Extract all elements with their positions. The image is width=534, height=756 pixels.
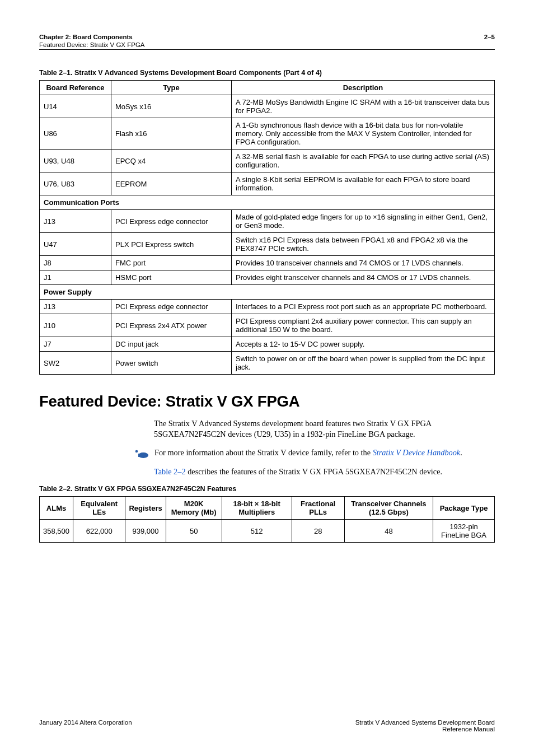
cell-type: HSMC port [111, 270, 232, 285]
cell-desc: A single 8-Kbit serial EEPROM is availab… [232, 172, 495, 195]
cell-ref: J10 [40, 314, 111, 337]
page-title: Featured Device: Stratix V GX FPGA [39, 393, 495, 410]
cell-m20k: 50 [166, 520, 222, 543]
footer-doc-subtitle: Reference Manual [442, 726, 495, 732]
th-plls: Fractional PLLs [292, 497, 344, 520]
cell-type: PCI Express edge connector [111, 210, 232, 233]
handbook-link[interactable]: Stratix V Device Handbook [373, 448, 461, 457]
cell-desc: Made of gold-plated edge fingers for up … [232, 210, 495, 233]
table-row: U76, U83 EEPROM A single 8-Kbit serial E… [40, 172, 495, 195]
features-table: ALMs Equivalent LEs Registers M20K Memor… [39, 496, 495, 543]
th-registers: Registers [125, 497, 166, 520]
cell-ref: U93, U48 [40, 150, 111, 172]
cell-ref: U14 [40, 95, 111, 118]
table-row: U86 Flash x16 A 1-Gb synchronous flash d… [40, 118, 495, 150]
cell-ref: J13 [40, 300, 111, 314]
table2-ref-link[interactable]: Table 2–2 [154, 467, 186, 476]
cell-regs: 939,000 [125, 520, 166, 543]
svg-point-0 [135, 450, 138, 453]
cell-desc: Switch to power on or off the board when… [232, 352, 495, 375]
footer-doc-title: Stratix V Advanced Systems Development B… [355, 719, 495, 726]
cell-ref: J13 [40, 210, 111, 233]
table-row: SW2 Power switch Switch to power on or o… [40, 352, 495, 375]
table2-caption: Table 2–2. Stratix V GX FPGA 5SGXEA7N2F4… [39, 485, 495, 493]
intro-paragraph: The Stratix V Advanced Systems developme… [154, 418, 495, 440]
table-row: J8 FMC port Provides 10 transceiver chan… [40, 256, 495, 270]
th-transceiver: Transceiver Channels (12.5 Gbps) [344, 497, 433, 520]
hand-point-icon [134, 449, 149, 459]
cell-ref: J1 [40, 270, 111, 285]
cell-desc: A 1-Gb synchronous flash device with a 1… [232, 118, 495, 150]
th-les: Equivalent LEs [73, 497, 125, 520]
cell-desc: A 32-MB serial flash is available for ea… [232, 150, 495, 172]
cell-desc: Switch x16 PCI Express data between FPGA… [232, 233, 495, 256]
page-header: Chapter 2: Board Components Featured Dev… [39, 34, 495, 50]
th-multipliers: 18-bit × 18-bit Multipliers [222, 497, 292, 520]
th-package: Package Type [433, 497, 495, 520]
cell-ref: J7 [40, 337, 111, 352]
cell-type: EPCQ x4 [111, 150, 232, 172]
th-alms: ALMs [40, 497, 73, 520]
th-description: Description [232, 81, 495, 95]
cell-type: PLX PCI Express switch [111, 233, 232, 256]
cell-alms: 358,500 [40, 520, 73, 543]
footer-right: Stratix V Advanced Systems Development B… [355, 719, 495, 732]
note-text: For more information about the Stratix V… [154, 447, 462, 458]
header-subtitle: Featured Device: Stratix V GX FPGA [39, 41, 145, 48]
cell-ref: U47 [40, 233, 111, 256]
section-power-supply: Power Supply [40, 285, 495, 300]
note-pre: For more information about the Stratix V… [154, 448, 373, 457]
table-row: J7 DC input jack Accepts a 12- to 15-V D… [40, 337, 495, 352]
cell-desc: Provides eight transceiver channels and … [232, 270, 495, 285]
table-section-row: Communication Ports [40, 195, 495, 210]
cell-desc: Provides 10 transceiver channels and 74 … [232, 256, 495, 270]
cell-type: MoSys x16 [111, 95, 232, 118]
table2-intro-text: describes the features of the Stratix V … [186, 467, 443, 476]
cell-ref: U86 [40, 118, 111, 150]
table-row: U93, U48 EPCQ x4 A 32-MB serial flash is… [40, 150, 495, 172]
header-left: Chapter 2: Board Components Featured Dev… [39, 34, 145, 48]
table-row: U47 PLX PCI Express switch Switch x16 PC… [40, 233, 495, 256]
th-m20k: M20K Memory (Mb) [166, 497, 222, 520]
table-row: 358,500 622,000 939,000 50 512 28 48 193… [40, 520, 495, 543]
table1-caption: Table 2–1. Stratix V Advanced Systems De… [39, 69, 495, 77]
cell-type: FMC port [111, 256, 232, 270]
section-communication-ports: Communication Ports [40, 195, 495, 210]
reference-note: For more information about the Stratix V… [134, 447, 495, 459]
cell-ref: J8 [40, 256, 111, 270]
cell-type: PCI Express edge connector [111, 300, 232, 314]
table-row: J13 PCI Express edge connector Made of g… [40, 210, 495, 233]
table-row: J13 PCI Express edge connector Interface… [40, 300, 495, 314]
table-section-row: Power Supply [40, 285, 495, 300]
cell-desc: Interfaces to a PCI Express root port su… [232, 300, 495, 314]
footer-left: January 2014 Altera Corporation [39, 719, 132, 732]
cell-type: PCI Express 2x4 ATX power [111, 314, 232, 337]
cell-desc: A 72-MB MoSys Bandwidth Engine IC SRAM w… [232, 95, 495, 118]
th-type: Type [111, 81, 232, 95]
chapter-label: Chapter 2: Board Components [39, 34, 133, 40]
cell-pkg: 1932-pin FineLine BGA [433, 520, 495, 543]
cell-ref: U76, U83 [40, 172, 111, 195]
cell-type: EEPROM [111, 172, 232, 195]
table-row: U14 MoSys x16 A 72-MB MoSys Bandwidth En… [40, 95, 495, 118]
cell-plls: 28 [292, 520, 344, 543]
cell-les: 622,000 [73, 520, 125, 543]
cell-desc: Accepts a 12- to 15-V DC power supply. [232, 337, 495, 352]
cell-desc: PCI Express compliant 2x4 auxiliary powe… [232, 314, 495, 337]
cell-mult: 512 [222, 520, 292, 543]
note-post: . [460, 448, 462, 457]
cell-type: Power switch [111, 352, 232, 375]
th-board-reference: Board Reference [40, 81, 111, 95]
components-table: Board Reference Type Description U14 MoS… [39, 80, 495, 375]
cell-xcvr: 48 [344, 520, 433, 543]
table-row: J10 PCI Express 2x4 ATX power PCI Expres… [40, 314, 495, 337]
cell-type: Flash x16 [111, 118, 232, 150]
page-number: 2–5 [484, 34, 495, 48]
table-row: J1 HSMC port Provides eight transceiver … [40, 270, 495, 285]
cell-ref: SW2 [40, 352, 111, 375]
table2-intro: Table 2–2 describes the features of the … [154, 466, 495, 477]
cell-type: DC input jack [111, 337, 232, 352]
svg-rect-2 [138, 454, 141, 457]
page-footer: January 2014 Altera Corporation Stratix … [39, 719, 495, 732]
